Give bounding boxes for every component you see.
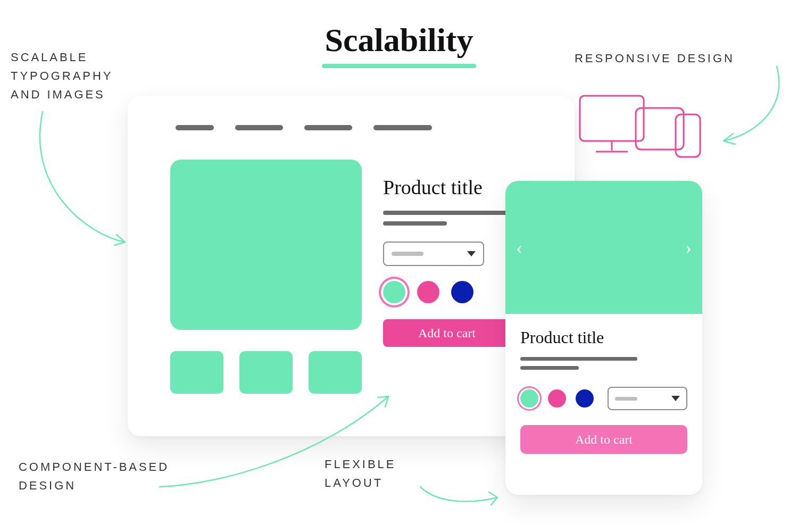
- product-title: Product title: [520, 328, 687, 347]
- dropdown-value-placeholder: [392, 252, 423, 256]
- annotation-arrow: [21, 106, 138, 255]
- product-main-image: [170, 160, 362, 330]
- mobile-product-image: ‹ ›: [505, 181, 702, 314]
- carousel-prev-icon[interactable]: ‹: [516, 236, 522, 259]
- color-swatch-navy[interactable]: [576, 389, 594, 408]
- title-underline: [322, 64, 476, 68]
- annotation-component-based: COMPONENT-BASED DESIGN: [19, 458, 169, 495]
- desktop-nav: [176, 125, 432, 130]
- chevron-down-icon: [467, 251, 476, 256]
- color-swatch-pink[interactable]: [548, 389, 566, 408]
- product-description-placeholder: [520, 357, 687, 370]
- nav-item-placeholder[interactable]: [176, 125, 214, 130]
- product-thumbnail[interactable]: [170, 351, 223, 394]
- color-swatch-mint[interactable]: [383, 281, 405, 303]
- product-thumbnail[interactable]: [239, 351, 293, 394]
- variant-dropdown[interactable]: [383, 242, 484, 266]
- variant-dropdown[interactable]: [608, 387, 687, 410]
- chevron-down-icon: [671, 396, 680, 401]
- add-to-cart-button[interactable]: Add to cart: [383, 319, 511, 347]
- annotation-arrow: [694, 64, 785, 154]
- nav-item-placeholder[interactable]: [304, 125, 352, 130]
- annotation-arrow: [154, 388, 404, 495]
- diagram-title: Scalability: [325, 21, 473, 59]
- color-swatch-pink[interactable]: [417, 281, 439, 303]
- nav-item-placeholder[interactable]: [235, 125, 283, 130]
- annotation-arrow: [418, 479, 508, 511]
- product-thumbnail[interactable]: [309, 351, 362, 394]
- nav-item-placeholder[interactable]: [373, 125, 432, 130]
- svg-rect-0: [580, 96, 644, 141]
- carousel-next-icon[interactable]: ›: [685, 236, 692, 259]
- annotation-scalable-typography: SCALABLE TYPOGRAPHY AND IMAGES: [11, 48, 113, 104]
- add-to-cart-button[interactable]: Add to cart: [520, 425, 687, 454]
- color-swatch-navy[interactable]: [451, 281, 473, 303]
- responsive-devices-icon: [577, 93, 710, 164]
- color-swatch-mint[interactable]: [520, 389, 538, 408]
- dropdown-value-placeholder: [615, 397, 637, 401]
- mobile-mock-card: ‹ › Product title Add to cart: [505, 181, 702, 495]
